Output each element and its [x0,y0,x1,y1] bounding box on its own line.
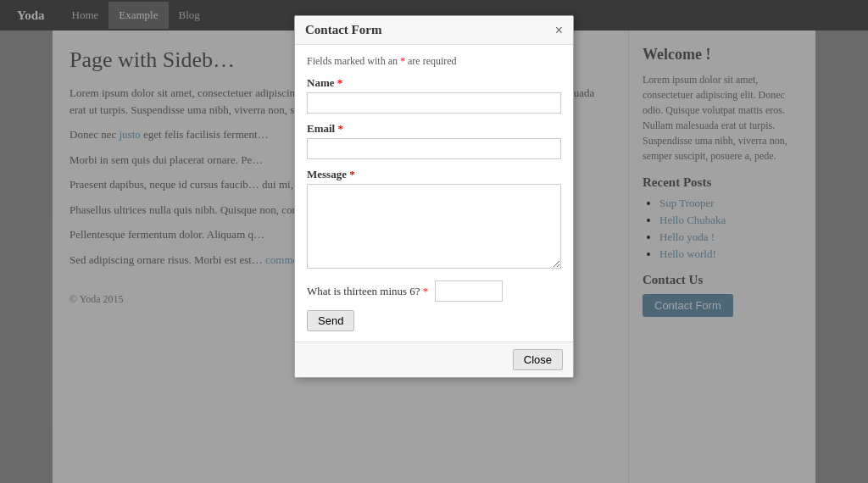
captcha-row: What is thirteen minus 6? * [307,280,561,302]
contact-form-modal: Contact Form × Fields marked with an * a… [294,15,574,378]
modal-close-button[interactable]: × [555,24,563,37]
required-note: Fields marked with an * are required [307,55,561,68]
email-input[interactable] [307,138,561,159]
captcha-label: What is thirteen minus 6? * [307,285,428,298]
modal-footer: Close [295,341,573,377]
modal-header: Contact Form × [295,16,573,45]
email-label: Email * [307,122,561,136]
modal-body: Fields marked with an * are required Nam… [295,45,573,341]
modal-title: Contact Form [305,23,381,37]
message-textarea[interactable] [307,184,561,269]
captcha-input[interactable] [435,280,503,302]
send-button[interactable]: Send [307,310,354,331]
name-input[interactable] [307,92,561,114]
message-label: Message * [307,168,561,181]
modal-overlay: Contact Form × Fields marked with an * a… [0,0,868,483]
modal-close-footer-button[interactable]: Close [513,349,563,370]
name-label: Name * [307,76,561,90]
